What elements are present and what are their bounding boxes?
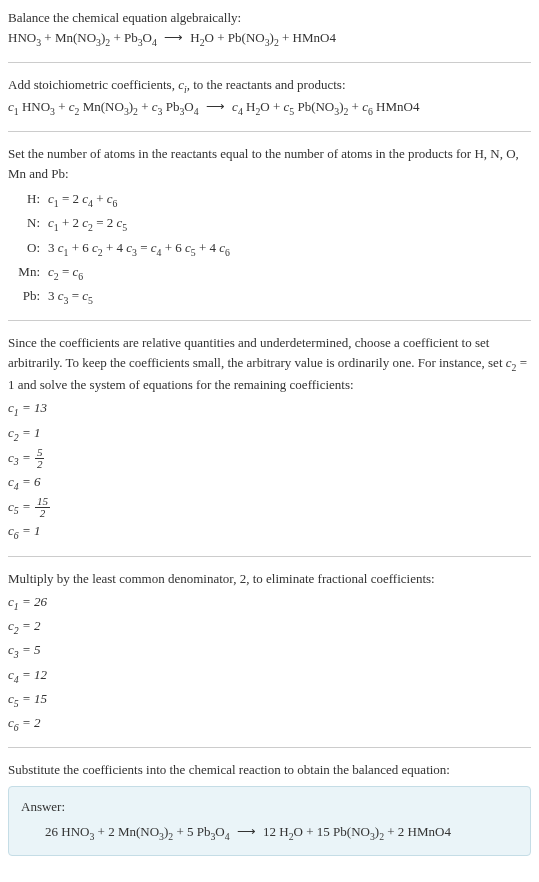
stoich-equation: c1 HNO3 + c2 Mn(NO3)2 + c3 Pb3O4 ⟶ c4 H2… bbox=[8, 97, 531, 119]
solve1-section: Since the coefficients are relative quan… bbox=[8, 333, 531, 543]
stoich-text: Add stoichiometric coefficients, ci, to … bbox=[8, 75, 531, 97]
eq-rhs: c4 H2O + c5 Pb(NO3)2 + c6 HMnO4 bbox=[232, 99, 419, 114]
eq-lhs: c1 HNO3 + c2 Mn(NO3)2 + c3 Pb3O4 bbox=[8, 99, 199, 114]
atom-row: Pb: 3 c3 = c5 bbox=[16, 286, 531, 308]
arrow-icon: ⟶ bbox=[160, 30, 187, 45]
coef-row: c1 = 13 bbox=[8, 398, 531, 420]
answer-label: Answer: bbox=[21, 797, 518, 817]
coef-list: c1 = 13 c2 = 1 c3 = 52 c4 = 6 c5 = 152 c… bbox=[8, 398, 531, 543]
intro-section: Balance the chemical equation algebraica… bbox=[8, 8, 531, 50]
coef-row: c5 = 152 bbox=[8, 496, 531, 519]
atoms-table: H: c1 = 2 c4 + c6 N: c1 + 2 c2 = 2 c5 O:… bbox=[16, 189, 531, 308]
intro-equation: HNO3 + Mn(NO3)2 + Pb3O4 ⟶ H2O + Pb(NO3)2… bbox=[8, 28, 531, 50]
atom-eq: c1 = 2 c4 + c6 bbox=[48, 189, 531, 211]
atom-eq: c1 + 2 c2 = 2 c5 bbox=[48, 213, 531, 235]
atoms-intro: Set the number of atoms in the reactants… bbox=[8, 144, 531, 183]
divider bbox=[8, 62, 531, 63]
fraction: 152 bbox=[35, 496, 50, 519]
atom-label: H: bbox=[16, 189, 48, 209]
eq-rhs: H2O + Pb(NO3)2 + HMnO4 bbox=[190, 30, 336, 45]
intro-text: Balance the chemical equation algebraica… bbox=[8, 8, 531, 28]
coef-list: c1 = 26 c2 = 2 c3 = 5 c4 = 12 c5 = 15 c6… bbox=[8, 592, 531, 735]
solve2-section: Multiply by the least common denominator… bbox=[8, 569, 531, 736]
coef-row: c5 = 15 bbox=[8, 689, 531, 711]
atoms-section: Set the number of atoms in the reactants… bbox=[8, 144, 531, 308]
final-intro: Substitute the coefficients into the che… bbox=[8, 760, 531, 780]
atom-eq: 3 c1 + 6 c2 + 4 c3 = c4 + 6 c5 + 4 c6 bbox=[48, 238, 531, 260]
answer-equation: 26 HNO3 + 2 Mn(NO3)2 + 5 Pb3O4 ⟶ 12 H2O … bbox=[21, 822, 518, 844]
atom-label: Pb: bbox=[16, 286, 48, 306]
atom-row: O: 3 c1 + 6 c2 + 4 c3 = c4 + 6 c5 + 4 c6 bbox=[16, 238, 531, 260]
atom-row: N: c1 + 2 c2 = 2 c5 bbox=[16, 213, 531, 235]
divider bbox=[8, 131, 531, 132]
coef-row: c4 = 12 bbox=[8, 665, 531, 687]
coef-row: c2 = 2 bbox=[8, 616, 531, 638]
answer-box: Answer: 26 HNO3 + 2 Mn(NO3)2 + 5 Pb3O4 ⟶… bbox=[8, 786, 531, 856]
atom-eq: 3 c3 = c5 bbox=[48, 286, 531, 308]
coef-row: c3 = 52 bbox=[8, 447, 531, 470]
atom-eq: c2 = c6 bbox=[48, 262, 531, 284]
coef-row: c4 = 6 bbox=[8, 472, 531, 494]
eq-lhs: 26 HNO3 + 2 Mn(NO3)2 + 5 Pb3O4 bbox=[45, 824, 230, 839]
atom-row: H: c1 = 2 c4 + c6 bbox=[16, 189, 531, 211]
stoich-section: Add stoichiometric coefficients, ci, to … bbox=[8, 75, 531, 119]
atom-row: Mn: c2 = c6 bbox=[16, 262, 531, 284]
solve1-intro: Since the coefficients are relative quan… bbox=[8, 333, 531, 394]
coef-row: c2 = 1 bbox=[8, 423, 531, 445]
coef-row: c6 = 1 bbox=[8, 521, 531, 543]
final-section: Substitute the coefficients into the che… bbox=[8, 760, 531, 855]
atom-label: N: bbox=[16, 213, 48, 233]
atom-label: Mn: bbox=[16, 262, 48, 282]
arrow-icon: ⟶ bbox=[202, 99, 229, 114]
divider bbox=[8, 556, 531, 557]
arrow-icon: ⟶ bbox=[233, 824, 260, 839]
eq-lhs: HNO3 + Mn(NO3)2 + Pb3O4 bbox=[8, 30, 157, 45]
divider bbox=[8, 747, 531, 748]
fraction: 52 bbox=[35, 447, 45, 470]
solve2-intro: Multiply by the least common denominator… bbox=[8, 569, 531, 589]
divider bbox=[8, 320, 531, 321]
atom-label: O: bbox=[16, 238, 48, 258]
coef-row: c3 = 5 bbox=[8, 640, 531, 662]
coef-row: c1 = 26 bbox=[8, 592, 531, 614]
ci-var: ci bbox=[178, 77, 187, 92]
coef-row: c6 = 2 bbox=[8, 713, 531, 735]
eq-rhs: 12 H2O + 15 Pb(NO3)2 + 2 HMnO4 bbox=[263, 824, 451, 839]
